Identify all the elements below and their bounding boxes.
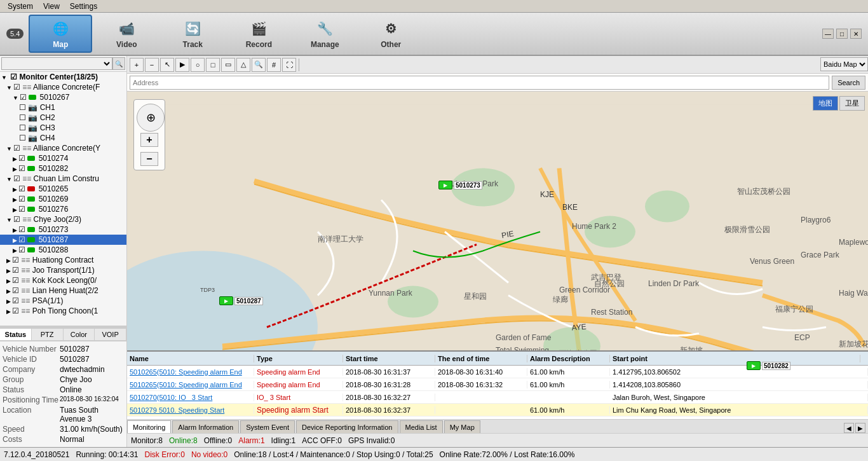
menu-system[interactable]: System bbox=[3, 2, 38, 11]
tool-remove-btn[interactable]: − bbox=[145, 58, 159, 72]
tree-vehicle-5010282[interactable]: ▶☑ 5010282 bbox=[0, 163, 126, 174]
tree-group-alliance-f[interactable]: ▼☑ ≡≡ Alliance Concrete(F bbox=[0, 82, 126, 92]
map-canvas[interactable]: PIE AYE KJE BKE Limbang Park 南洋理工大学 Yunn… bbox=[127, 74, 868, 447]
tool-grid-btn[interactable]: # bbox=[267, 58, 281, 72]
alarm-cell-point-0: 1.412795,103.806502 bbox=[610, 368, 868, 376]
tree-sub-ch1[interactable]: ☐ 📷 CH1 bbox=[0, 102, 126, 113]
alarm-cell-name-2[interactable]: 5010270(5010: IO_ 3 Start bbox=[127, 394, 254, 401]
tool-add-btn[interactable]: + bbox=[130, 58, 144, 72]
tree-vehicle-5010267[interactable]: ▼☑ 5010267 bbox=[0, 92, 126, 102]
tool-square-btn[interactable]: □ bbox=[206, 58, 220, 72]
tree-vehicle-5010269[interactable]: ▶☑ 5010269 bbox=[0, 194, 126, 204]
tree-sub-ch4[interactable]: ☐ 📷 CH4 bbox=[0, 133, 126, 143]
alarm-cell-name-3[interactable]: 5010279 5010. Speeding Start bbox=[127, 406, 254, 414]
tool-poly-btn[interactable]: △ bbox=[236, 58, 250, 72]
tool-cursor-btn[interactable]: ↖ bbox=[160, 58, 174, 72]
tree-vehicle-5010287[interactable]: ▶☑ 5010287 bbox=[0, 235, 126, 245]
disk-error: Disk Error:0 bbox=[145, 450, 185, 459]
svg-text:智山宏茂桥公园: 智山宏茂桥公园 bbox=[737, 187, 790, 196]
tool-circle-btn[interactable]: ○ bbox=[191, 58, 205, 72]
zoom-slider[interactable] bbox=[137, 148, 162, 151]
tree-vehicle-5010276[interactable]: ▶☑ 5010276 bbox=[0, 204, 126, 214]
sidebar-filter-select[interactable] bbox=[1, 57, 112, 70]
compass-control[interactable]: ⊕ bbox=[137, 104, 165, 132]
svg-text:新加坡花园: 新加坡花园 bbox=[839, 340, 868, 348]
minimize-button[interactable]: — bbox=[822, 29, 834, 39]
map-area: + − ↖ ▶ ○ □ ▭ △ 🔍 # ⛶ Baidu Map bbox=[127, 56, 868, 447]
tree-root[interactable]: ▼ ☑ Monitor Center(18/25) bbox=[0, 72, 126, 82]
tree-group-chuanlim[interactable]: ▼☑ ≡≡ Chuan Lim Constru bbox=[0, 174, 126, 184]
tab-other[interactable]: ⚙ Other bbox=[359, 15, 423, 53]
map-view-button[interactable]: 地图 bbox=[813, 96, 838, 111]
col-start: Start time bbox=[343, 355, 435, 362]
tab-video[interactable]: 📹 Video bbox=[95, 15, 158, 53]
map-navigation: ⊕ + − bbox=[133, 99, 165, 170]
alarm-tab-my-map[interactable]: My Map bbox=[444, 420, 480, 433]
sidebar-tab-status[interactable]: Status bbox=[0, 329, 32, 340]
vehicle-marker-5010282[interactable]: ▶ 5010282 bbox=[747, 361, 790, 370]
address-input[interactable] bbox=[130, 76, 829, 90]
tab-record[interactable]: 🎬 Record bbox=[227, 15, 290, 53]
map-source-select[interactable]: Baidu Map bbox=[820, 57, 868, 71]
sidebar-tab-ptz[interactable]: PTZ bbox=[32, 329, 64, 340]
tree-group-lian[interactable]: ▶☑ ≡≡ Lian Heng Huat(2/2 bbox=[0, 286, 126, 296]
tree-vehicle-5010288[interactable]: ▶☑ 5010288 bbox=[0, 245, 126, 255]
menu-settings[interactable]: Settings bbox=[65, 2, 102, 11]
alarm-tab-monitoring[interactable]: Monitoring bbox=[127, 420, 171, 433]
alarm-tab-alarm-info[interactable]: Alarm Information bbox=[172, 420, 239, 433]
info-vehicle-id: Vehicle ID 5010287 bbox=[3, 354, 124, 364]
svg-text:AYE: AYE bbox=[571, 322, 587, 333]
tree-vehicle-5010274[interactable]: ▶☑ 5010274 bbox=[0, 153, 126, 163]
svg-text:绿廊: 绿廊 bbox=[553, 295, 568, 304]
tree-vehicle-5010265[interactable]: ▶☑ 5010265 bbox=[0, 184, 126, 194]
tree-vehicle-5010273[interactable]: ▶☑ 5010273 bbox=[0, 224, 126, 235]
satellite-view-button[interactable]: 卫星 bbox=[839, 96, 865, 111]
tab-track[interactable]: 🔄 Track bbox=[161, 15, 224, 53]
menu-view[interactable]: View bbox=[38, 2, 65, 11]
alarm-cell-desc-1: 61.00 km/h bbox=[527, 381, 610, 389]
tree-group-poh[interactable]: ▶☑ ≡≡ Poh Tiong Choon(1 bbox=[0, 306, 126, 316]
alarm-tab-media-list[interactable]: Media List bbox=[400, 420, 443, 433]
tree-group-huationg[interactable]: ▶☑ ≡≡ Huationg Contract bbox=[0, 255, 126, 265]
col-point: Start point bbox=[610, 355, 860, 362]
tab-next-button[interactable]: ▶ bbox=[855, 423, 865, 433]
svg-text:Venus Green: Venus Green bbox=[750, 257, 794, 266]
sidebar-tab-color[interactable]: Color bbox=[64, 329, 95, 340]
alarm-cell-point-2: Jalan Buroh, West, Singapore bbox=[610, 394, 868, 401]
maximize-button[interactable]: □ bbox=[836, 29, 848, 39]
svg-text:福康宁公园: 福康宁公园 bbox=[775, 305, 813, 313]
tool-rect-btn[interactable]: ▭ bbox=[221, 58, 235, 72]
tree-sub-ch2[interactable]: ☐ 📷 CH2 bbox=[0, 113, 126, 123]
tree-sub-ch3[interactable]: ☐ 📷 CH3 bbox=[0, 123, 126, 133]
vehicle-stats: Online:18 / Lost:4 / Maintenance:0 / Sto… bbox=[234, 450, 433, 459]
alarm-tab-device-reporting[interactable]: Device Reporting Information bbox=[296, 420, 398, 433]
tab-map[interactable]: 🌐 Map bbox=[29, 15, 92, 53]
alarm-cell-name-1[interactable]: 5010265(5010: Speeding alarm End bbox=[127, 381, 254, 389]
tool-expand-btn[interactable]: ⛶ bbox=[282, 58, 296, 72]
tree-group-psa[interactable]: ▶☑ ≡≡ PSA(1/1) bbox=[0, 296, 126, 306]
online-rate: Online Rate:72.00% / Lost Rate:16.00% bbox=[440, 450, 575, 459]
search-button[interactable]: Search bbox=[832, 76, 865, 90]
svg-text:Grace Park: Grace Park bbox=[801, 251, 840, 259]
sidebar-tab-voip[interactable]: VOIP bbox=[95, 329, 126, 340]
tree-group-alliance-y[interactable]: ▼☑ ≡≡ Alliance Concrete(Y bbox=[0, 143, 126, 153]
alarm-tab-system-event[interactable]: System Event bbox=[240, 420, 295, 433]
tab-prev-button[interactable]: ◀ bbox=[844, 423, 854, 433]
zoom-out-button[interactable]: − bbox=[140, 152, 158, 166]
tab-manage[interactable]: 🔧 Manage bbox=[293, 15, 356, 53]
sidebar-tabs: Status PTZ Color VOIP bbox=[0, 328, 126, 341]
tree-group-joo[interactable]: ▶☑ ≡≡ Joo Transport(1/1) bbox=[0, 265, 126, 275]
tree-group-chyejoo[interactable]: ▼☑ ≡≡ Chye Joo(2/3) bbox=[0, 214, 126, 224]
alarm-cell-start-1: 2018-08-30 16:31:28 bbox=[343, 381, 435, 389]
svg-text:BKE: BKE bbox=[562, 203, 578, 212]
close-button[interactable]: ✕ bbox=[850, 29, 862, 39]
vehicle-marker-5010273[interactable]: ▶ 5010273 bbox=[438, 181, 482, 189]
zoom-in-button[interactable]: + bbox=[140, 133, 158, 147]
vehicle-marker-5010287[interactable]: ▶ 5010287 TDP3 bbox=[219, 296, 263, 305]
tool-play-btn[interactable]: ▶ bbox=[175, 58, 189, 72]
alarm-cell-name-0[interactable]: 5010265(5010: Speeding alarm End bbox=[127, 368, 254, 376]
sidebar-search-button[interactable]: 🔍 bbox=[112, 57, 125, 70]
tree-group-kok[interactable]: ▶☑ ≡≡ Kok Kock Leong(0/ bbox=[0, 275, 126, 286]
info-company: Company dwtechadmin bbox=[3, 364, 124, 375]
tool-search-btn[interactable]: 🔍 bbox=[252, 58, 266, 72]
